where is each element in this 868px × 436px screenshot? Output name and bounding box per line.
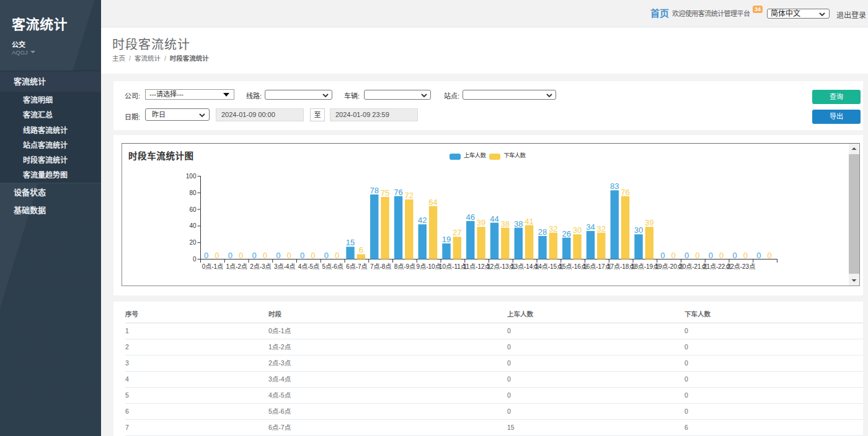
svg-text:27: 27 <box>453 228 461 237</box>
svg-text:38: 38 <box>501 219 510 229</box>
svg-text:78: 78 <box>370 186 379 195</box>
svg-text:5点-6点: 5点-6点 <box>322 263 343 270</box>
svg-text:0: 0 <box>695 251 699 260</box>
svg-text:0: 0 <box>732 251 737 260</box>
svg-text:76: 76 <box>621 188 629 197</box>
svg-text:34: 34 <box>586 222 595 232</box>
svg-text:3点-4点: 3点-4点 <box>274 263 295 270</box>
svg-text:44: 44 <box>490 214 498 224</box>
svg-text:26: 26 <box>562 229 571 238</box>
svg-text:0: 0 <box>276 251 280 260</box>
svg-text:64: 64 <box>428 198 437 207</box>
svg-text:0: 0 <box>709 251 713 260</box>
svg-text:0: 0 <box>300 251 304 260</box>
svg-text:2点-3点: 2点-3点 <box>250 263 271 270</box>
svg-text:83: 83 <box>610 181 619 191</box>
svg-text:32: 32 <box>597 224 606 233</box>
svg-text:32: 32 <box>549 224 557 233</box>
svg-text:41: 41 <box>525 217 533 226</box>
svg-text:100: 100 <box>186 173 197 180</box>
svg-text:0: 0 <box>204 251 208 260</box>
svg-text:38: 38 <box>514 219 523 229</box>
svg-text:0: 0 <box>684 251 689 260</box>
svg-text:0: 0 <box>756 251 761 260</box>
svg-text:39: 39 <box>477 218 485 227</box>
svg-text:0: 0 <box>660 251 665 260</box>
svg-text:8点-9点: 8点-9点 <box>394 263 415 270</box>
svg-text:0: 0 <box>743 251 748 260</box>
svg-text:28: 28 <box>538 227 547 237</box>
svg-text:0: 0 <box>215 251 219 260</box>
svg-text:39: 39 <box>645 218 653 227</box>
svg-text:6: 6 <box>359 245 363 255</box>
svg-text:0: 0 <box>311 251 315 260</box>
svg-text:0: 0 <box>239 251 243 260</box>
svg-text:40: 40 <box>189 222 197 229</box>
svg-text:76: 76 <box>394 188 402 197</box>
svg-text:75: 75 <box>381 188 389 198</box>
svg-text:22点-23点: 22点-23点 <box>727 263 756 270</box>
svg-text:80: 80 <box>189 190 197 196</box>
svg-text:0: 0 <box>719 251 724 260</box>
svg-text:20: 20 <box>189 239 197 246</box>
svg-text:0: 0 <box>767 251 771 260</box>
svg-text:0: 0 <box>335 251 339 260</box>
svg-text:9点-10点: 9点-10点 <box>417 263 441 270</box>
svg-text:30: 30 <box>634 225 643 235</box>
svg-text:1点-2点: 1点-2点 <box>226 263 247 270</box>
svg-text:7点-8点: 7点-8点 <box>370 263 391 270</box>
svg-text:0: 0 <box>324 251 329 260</box>
svg-text:0: 0 <box>228 251 232 260</box>
svg-text:6点-7点: 6点-7点 <box>346 263 367 270</box>
svg-text:42: 42 <box>418 216 427 225</box>
svg-text:0: 0 <box>263 251 267 260</box>
svg-text:4点-5点: 4点-5点 <box>298 263 319 270</box>
svg-text:15: 15 <box>346 238 355 247</box>
svg-text:60: 60 <box>189 206 197 213</box>
svg-text:0点-1点: 0点-1点 <box>202 263 223 270</box>
svg-text:72: 72 <box>405 191 414 200</box>
svg-text:0: 0 <box>671 251 675 260</box>
svg-text:46: 46 <box>466 212 475 222</box>
svg-text:0: 0 <box>193 256 197 263</box>
svg-text:0: 0 <box>252 251 256 260</box>
svg-text:0: 0 <box>286 251 291 260</box>
svg-text:19: 19 <box>442 235 451 244</box>
svg-text:30: 30 <box>573 225 582 235</box>
